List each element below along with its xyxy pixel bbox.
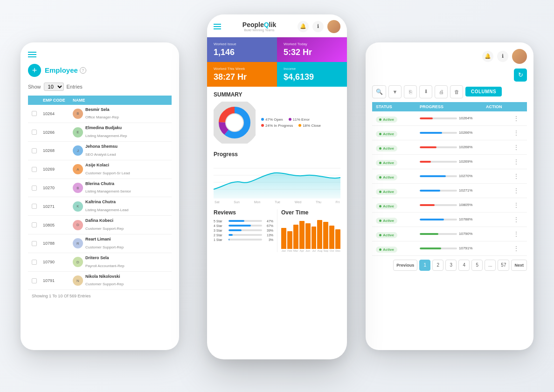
action-menu-button[interactable]: ⋮ <box>509 172 523 180</box>
entries-select[interactable]: 10 25 50 <box>44 83 64 91</box>
employee-name: Blerina Chutra <box>85 181 131 186</box>
avatar: B <box>73 109 83 119</box>
row-checkbox[interactable] <box>32 148 37 153</box>
left-tablet-header <box>28 52 172 57</box>
action-menu-button[interactable]: ⋮ <box>509 201 523 209</box>
search-button[interactable]: 🔍 <box>372 85 386 98</box>
row-checkbox[interactable] <box>32 111 37 116</box>
row-checkbox[interactable] <box>32 186 37 191</box>
page-1-button[interactable]: 1 <box>419 260 430 271</box>
review-bar-bg <box>229 234 262 236</box>
row-checkbox[interactable] <box>32 222 37 227</box>
worked-week-value: 38:27 Hr <box>214 72 270 82</box>
review-pct: 47% <box>264 220 273 223</box>
page-4-button[interactable]: 4 <box>458 260 470 271</box>
row-checkbox[interactable] <box>32 278 37 283</box>
columns-button[interactable]: COLUMNS <box>465 87 502 96</box>
info-icon[interactable]: ℹ <box>312 21 324 32</box>
emp-code-cell: 10266 <box>43 130 71 135</box>
employee-role: Customer Support-Rep <box>85 245 124 249</box>
notification-icon[interactable]: 🔔 <box>298 21 309 32</box>
employee-name: Kaltrina Chutra <box>85 199 129 205</box>
employee-title-row: + Employee ? <box>28 64 172 77</box>
x-label-tue: Tue <box>275 200 280 204</box>
status-badge: Active <box>376 203 397 209</box>
action-menu-button[interactable]: ⋮ <box>509 158 523 165</box>
employee-name: Asije Kolaci <box>85 163 130 168</box>
row-checkbox[interactable] <box>32 260 37 265</box>
name-info: Kaltrina Chutra Listing Management-Lead <box>85 199 129 213</box>
action-menu-button[interactable]: ⋮ <box>509 216 523 223</box>
avatar: R <box>73 238 83 248</box>
progress-bar-bg <box>420 161 457 163</box>
row-checkbox[interactable] <box>32 167 37 172</box>
prev-button[interactable]: Previous <box>393 260 417 271</box>
logo-tagline: Build Winning Teams <box>242 28 276 32</box>
employee-role: Listing Management-Lead <box>85 208 129 212</box>
action-menu-button[interactable]: ⋮ <box>509 144 523 151</box>
print-button[interactable]: 🖨 <box>435 85 448 98</box>
next-button[interactable]: Next <box>511 260 527 271</box>
page-5-button[interactable]: 5 <box>471 260 483 271</box>
table-row: 10790 D Dritero Sela Payroll Accountant-… <box>28 253 172 272</box>
action-menu-button[interactable]: ⋮ <box>509 230 523 238</box>
employee-name: Besmir Sela <box>85 107 119 112</box>
review-bar-bg <box>229 239 262 241</box>
add-employee-button[interactable]: + <box>28 64 41 77</box>
row-checkbox[interactable] <box>32 204 37 209</box>
right-info-icon[interactable]: ℹ <box>497 51 508 62</box>
progress-bar-fill <box>420 204 435 206</box>
status-badge: Active <box>376 145 397 151</box>
progress-bar-fill <box>420 175 446 177</box>
delete-button[interactable]: 🗑 <box>450 85 463 98</box>
svg-point-5 <box>226 114 243 131</box>
progress-bar-fill <box>420 233 438 235</box>
phone-menu-icon[interactable] <box>214 24 221 29</box>
action-menu-button[interactable]: ⋮ <box>509 187 523 194</box>
download-button[interactable]: ⬇ <box>419 85 432 98</box>
progress-line-chart <box>214 161 340 199</box>
help-icon[interactable]: ? <box>80 67 86 74</box>
table-row: 10270 B Blerina Chutra Listing Managemen… <box>28 179 172 198</box>
review-row: 5 Star 47% <box>214 220 273 223</box>
right-toolbar: ↻ <box>372 69 527 82</box>
row-checkbox[interactable] <box>32 130 37 135</box>
right-tablet-header: 🔔 ℹ <box>372 49 527 64</box>
refresh-button[interactable]: ↻ <box>514 69 527 82</box>
progress-bar-bg <box>420 146 457 148</box>
user-avatar[interactable] <box>327 20 340 33</box>
pie-legend: 47% Open 11% Error 24% In Progress <box>261 117 340 128</box>
legend-dot-error <box>289 118 291 121</box>
filter-button[interactable]: ▼ <box>388 85 402 98</box>
name-header: NAME <box>73 98 168 103</box>
status-badge: Active <box>376 189 397 195</box>
bar-fill <box>312 227 317 249</box>
action-menu-button[interactable]: ⋮ <box>509 245 523 252</box>
progress-bar-bg <box>420 204 457 206</box>
bar-fill <box>299 221 305 249</box>
progress-bar-fill <box>420 248 441 249</box>
review-bar-fill <box>229 225 251 227</box>
hamburger-menu-icon[interactable] <box>28 52 36 57</box>
action-menu-button[interactable]: ⋮ <box>509 115 523 122</box>
action-menu-button[interactable]: ⋮ <box>509 129 523 137</box>
legend-dot-open <box>261 118 264 121</box>
progress-bar-bg <box>420 248 457 249</box>
right-notification-icon[interactable]: 🔔 <box>482 51 493 62</box>
name-info: Asije Kolaci Customer Support-Sr Lead <box>85 163 130 176</box>
review-row: 3 Star 39% <box>214 229 273 232</box>
page-3-button[interactable]: 3 <box>445 260 457 271</box>
row-checkbox[interactable] <box>32 241 37 246</box>
status-dot <box>379 162 381 164</box>
copy-button[interactable]: ⎘ <box>404 85 417 98</box>
progress-bar-bg <box>420 190 457 192</box>
right-user-avatar[interactable] <box>512 49 527 64</box>
page-2-button[interactable]: 2 <box>432 260 443 271</box>
progress-code: 10271% <box>459 188 472 193</box>
employee-name: Jehona Shemsu <box>85 144 118 149</box>
bar-item: Oct <box>329 226 334 252</box>
name-cell: D Dafina Kobeci Customer Support-Rep <box>73 218 168 232</box>
worked-issue-value: 1,146 <box>214 48 270 57</box>
page-57-button[interactable]: 57 <box>498 260 509 271</box>
progress-bar-fill <box>420 132 442 134</box>
